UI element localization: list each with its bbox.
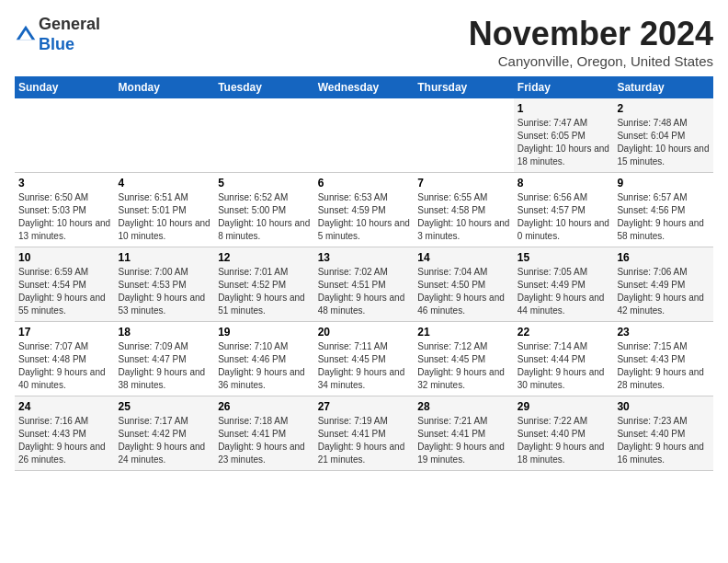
calendar-cell: 23Sunrise: 7:15 AMSunset: 4:43 PMDayligh… (613, 322, 713, 396)
calendar-body: 1Sunrise: 7:47 AMSunset: 6:05 PMDaylight… (15, 98, 713, 471)
calendar-cell: 20Sunrise: 7:11 AMSunset: 4:45 PMDayligh… (314, 322, 415, 396)
day-info: Sunrise: 7:12 AMSunset: 4:45 PMDaylight:… (417, 341, 505, 390)
calendar-week-row: 3Sunrise: 6:50 AMSunset: 5:03 PMDaylight… (15, 173, 713, 247)
day-number: 8 (518, 177, 610, 190)
day-number: 28 (417, 400, 510, 413)
day-info: Sunrise: 7:04 AMSunset: 4:50 PMDaylight:… (417, 267, 505, 316)
day-info: Sunrise: 7:06 AMSunset: 4:49 PMDaylight:… (617, 267, 704, 316)
calendar-cell: 26Sunrise: 7:18 AMSunset: 4:41 PMDayligh… (214, 396, 314, 471)
day-info: Sunrise: 6:51 AMSunset: 5:01 PMDaylight:… (119, 192, 210, 241)
day-number: 11 (119, 251, 211, 264)
day-info: Sunrise: 7:48 AMSunset: 6:04 PMDaylight:… (617, 118, 709, 167)
day-number: 20 (318, 326, 411, 339)
weekday-header-saturday: Saturday (613, 76, 713, 98)
calendar-cell: 28Sunrise: 7:21 AMSunset: 4:41 PMDayligh… (414, 396, 514, 471)
day-info: Sunrise: 6:56 AMSunset: 4:57 PMDaylight:… (518, 192, 609, 241)
day-number: 19 (218, 326, 311, 339)
day-number: 14 (417, 251, 510, 264)
calendar-cell: 21Sunrise: 7:12 AMSunset: 4:45 PMDayligh… (414, 322, 514, 396)
day-info: Sunrise: 7:10 AMSunset: 4:46 PMDaylight:… (218, 341, 305, 390)
calendar-cell: 12Sunrise: 7:01 AMSunset: 4:52 PMDayligh… (214, 247, 314, 322)
calendar-cell: 9Sunrise: 6:57 AMSunset: 4:56 PMDaylight… (613, 173, 713, 247)
calendar-cell (414, 98, 514, 173)
calendar-cell: 24Sunrise: 7:16 AMSunset: 4:43 PMDayligh… (15, 396, 115, 471)
page-header: General Blue November 2024 Canyonville, … (15, 15, 713, 69)
calendar-cell: 4Sunrise: 6:51 AMSunset: 5:01 PMDaylight… (115, 173, 215, 247)
weekday-header-sunday: Sunday (15, 76, 115, 98)
calendar-cell: 29Sunrise: 7:22 AMSunset: 4:40 PMDayligh… (514, 396, 614, 471)
logo-text: General Blue (39, 15, 100, 54)
calendar-cell: 17Sunrise: 7:07 AMSunset: 4:48 PMDayligh… (15, 322, 115, 396)
day-number: 29 (518, 400, 610, 413)
day-number: 10 (18, 251, 111, 264)
day-info: Sunrise: 7:17 AMSunset: 4:42 PMDaylight:… (119, 416, 206, 465)
day-info: Sunrise: 6:50 AMSunset: 5:03 PMDaylight:… (18, 192, 110, 241)
day-info: Sunrise: 7:21 AMSunset: 4:41 PMDaylight:… (417, 416, 505, 465)
day-number: 22 (518, 326, 610, 339)
weekday-header-wednesday: Wednesday (314, 76, 415, 98)
day-number: 18 (119, 326, 211, 339)
day-number: 25 (119, 400, 211, 413)
calendar-cell: 30Sunrise: 7:23 AMSunset: 4:40 PMDayligh… (613, 396, 713, 471)
calendar-cell: 3Sunrise: 6:50 AMSunset: 5:03 PMDaylight… (15, 173, 115, 247)
day-info: Sunrise: 7:01 AMSunset: 4:52 PMDaylight:… (218, 267, 305, 316)
day-info: Sunrise: 7:19 AMSunset: 4:41 PMDaylight:… (318, 416, 405, 465)
day-info: Sunrise: 7:02 AMSunset: 4:51 PMDaylight:… (318, 267, 405, 316)
calendar-cell: 19Sunrise: 7:10 AMSunset: 4:46 PMDayligh… (214, 322, 314, 396)
calendar-cell: 10Sunrise: 6:59 AMSunset: 4:54 PMDayligh… (15, 247, 115, 322)
calendar-cell (115, 98, 215, 173)
day-number: 26 (218, 400, 311, 413)
calendar-cell: 7Sunrise: 6:55 AMSunset: 4:58 PMDaylight… (414, 173, 514, 247)
calendar-cell: 16Sunrise: 7:06 AMSunset: 4:49 PMDayligh… (613, 247, 713, 322)
calendar-cell: 2Sunrise: 7:48 AMSunset: 6:04 PMDaylight… (613, 98, 713, 173)
calendar-cell: 18Sunrise: 7:09 AMSunset: 4:47 PMDayligh… (115, 322, 215, 396)
day-info: Sunrise: 7:07 AMSunset: 4:48 PMDaylight:… (18, 341, 106, 390)
weekday-header-monday: Monday (115, 76, 215, 98)
calendar-cell: 14Sunrise: 7:04 AMSunset: 4:50 PMDayligh… (414, 247, 514, 322)
day-info: Sunrise: 7:16 AMSunset: 4:43 PMDaylight:… (18, 416, 106, 465)
day-number: 17 (18, 326, 111, 339)
day-info: Sunrise: 6:57 AMSunset: 4:56 PMDaylight:… (617, 192, 704, 241)
day-number: 16 (617, 251, 710, 264)
day-number: 2 (617, 102, 710, 115)
weekday-header-friday: Friday (514, 76, 614, 98)
day-number: 1 (518, 102, 610, 115)
day-info: Sunrise: 7:22 AMSunset: 4:40 PMDaylight:… (518, 416, 605, 465)
calendar-cell: 25Sunrise: 7:17 AMSunset: 4:42 PMDayligh… (115, 396, 215, 471)
day-number: 6 (318, 177, 411, 190)
calendar-week-row: 17Sunrise: 7:07 AMSunset: 4:48 PMDayligh… (15, 322, 713, 396)
day-number: 4 (119, 177, 211, 190)
calendar-cell (214, 98, 314, 173)
day-info: Sunrise: 7:47 AMSunset: 6:05 PMDaylight:… (518, 118, 609, 167)
weekday-header-thursday: Thursday (414, 76, 514, 98)
day-info: Sunrise: 7:14 AMSunset: 4:44 PMDaylight:… (518, 341, 605, 390)
day-number: 13 (318, 251, 411, 264)
calendar-cell: 15Sunrise: 7:05 AMSunset: 4:49 PMDayligh… (514, 247, 614, 322)
calendar-cell: 6Sunrise: 6:53 AMSunset: 4:59 PMDaylight… (314, 173, 415, 247)
calendar-cell: 22Sunrise: 7:14 AMSunset: 4:44 PMDayligh… (514, 322, 614, 396)
calendar-cell: 1Sunrise: 7:47 AMSunset: 6:05 PMDaylight… (514, 98, 614, 173)
day-number: 7 (417, 177, 510, 190)
calendar-cell: 13Sunrise: 7:02 AMSunset: 4:51 PMDayligh… (314, 247, 415, 322)
day-info: Sunrise: 6:53 AMSunset: 4:59 PMDaylight:… (318, 192, 410, 241)
calendar-cell: 8Sunrise: 6:56 AMSunset: 4:57 PMDaylight… (514, 173, 614, 247)
day-info: Sunrise: 7:18 AMSunset: 4:41 PMDaylight:… (218, 416, 305, 465)
calendar-cell: 5Sunrise: 6:52 AMSunset: 5:00 PMDaylight… (214, 173, 314, 247)
day-number: 30 (617, 400, 710, 413)
day-info: Sunrise: 7:09 AMSunset: 4:47 PMDaylight:… (119, 341, 206, 390)
day-info: Sunrise: 6:55 AMSunset: 4:58 PMDaylight:… (417, 192, 509, 241)
day-number: 24 (18, 400, 111, 413)
day-info: Sunrise: 7:00 AMSunset: 4:53 PMDaylight:… (119, 267, 206, 316)
day-number: 9 (617, 177, 710, 190)
calendar-cell (314, 98, 415, 173)
day-number: 5 (218, 177, 311, 190)
logo: General Blue (15, 15, 100, 54)
month-title: November 2024 (469, 15, 713, 53)
location: Canyonville, Oregon, United States (469, 53, 713, 69)
day-number: 15 (518, 251, 610, 264)
day-number: 21 (417, 326, 510, 339)
calendar-cell (15, 98, 115, 173)
day-number: 27 (318, 400, 411, 413)
day-number: 12 (218, 251, 311, 264)
day-info: Sunrise: 6:59 AMSunset: 4:54 PMDaylight:… (18, 267, 106, 316)
